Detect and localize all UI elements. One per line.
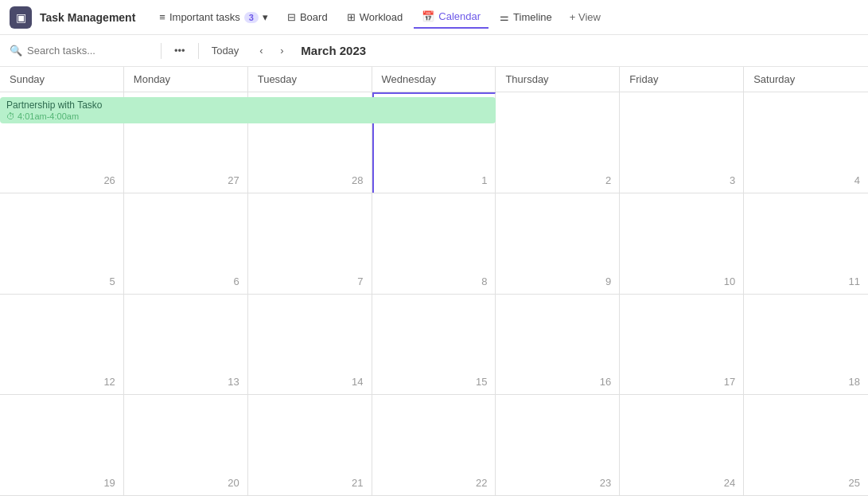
prev-month-button[interactable]: ‹ (251, 41, 271, 61)
nav-item-calendar[interactable]: 📅 Calendar (414, 6, 488, 29)
day-number: 15 (476, 376, 487, 388)
day-number: 27 (228, 174, 239, 186)
day-number: 28 (352, 174, 363, 186)
day-cell-24[interactable]: 24 (620, 395, 744, 495)
day-cell-12[interactable]: 12 (0, 295, 124, 395)
calendar-day-headers: Sunday Monday Tuesday Wednesday Thursday… (0, 67, 868, 92)
day-cell-17[interactable]: 17 (620, 295, 744, 395)
day-cell-10[interactable]: 10 (620, 193, 744, 294)
separator (161, 43, 162, 59)
day-number: 4 (854, 174, 860, 186)
day-cell-22[interactable]: 22 (372, 395, 496, 495)
day-cell-4[interactable]: 4 (744, 92, 868, 193)
header-thursday: Thursday (496, 67, 620, 92)
day-number: 10 (724, 275, 735, 287)
header-saturday: Saturday (744, 67, 868, 92)
day-number: 14 (352, 376, 363, 388)
search-icon: 🔍 (10, 45, 22, 57)
day-cell-7[interactable]: 7 (248, 193, 372, 294)
next-month-button[interactable]: › (272, 41, 291, 61)
day-number: 8 (481, 275, 487, 287)
search-input[interactable] (27, 45, 154, 57)
header-wednesday: Wednesday (372, 67, 496, 92)
top-navigation: ▣ Task Management ≡ Important tasks 3 ▾ … (0, 0, 868, 35)
day-cell-21[interactable]: 21 (248, 395, 372, 495)
day-number: 1 (481, 174, 487, 186)
day-cell-6[interactable]: 6 (124, 193, 248, 294)
day-number: 19 (103, 477, 115, 489)
day-cell-14[interactable]: 14 (248, 295, 372, 395)
day-cell-25[interactable]: 25 (744, 395, 868, 495)
day-cell-26[interactable]: 26 (0, 92, 124, 193)
header-friday: Friday (620, 67, 744, 92)
day-cell-1-today[interactable]: 1 (372, 92, 496, 193)
day-number: 23 (600, 477, 611, 489)
nav-item-workload[interactable]: ⊞ Workload (339, 6, 411, 28)
calendar-icon: 📅 (422, 10, 434, 22)
day-cell-15[interactable]: 15 (372, 295, 496, 395)
day-cell-19[interactable]: 19 (0, 395, 124, 495)
search-area: 🔍 (10, 45, 154, 57)
separator2 (198, 43, 199, 59)
day-number: 12 (103, 376, 115, 388)
board-icon: ⊟ (287, 11, 296, 23)
day-number: 9 (605, 275, 611, 287)
day-number: 7 (357, 275, 363, 287)
day-number: 6 (233, 275, 239, 287)
dropdown-icon: ▾ (263, 11, 268, 23)
week-row-1: Partnership with Tasko ⏱ 4:01am-4:00am 2… (0, 92, 868, 193)
list-icon: ≡ (159, 11, 165, 23)
day-number: 2 (605, 174, 611, 186)
day-cell-16[interactable]: 16 (496, 295, 620, 395)
day-number: 26 (103, 174, 115, 186)
day-cell-11[interactable]: 11 (744, 193, 868, 294)
day-cell-8[interactable]: 8 (372, 193, 496, 294)
day-number: 5 (110, 275, 115, 287)
day-cell-5[interactable]: 5 (0, 193, 124, 294)
nav-item-timeline[interactable]: ⚌ Timeline (492, 6, 560, 28)
add-view-button[interactable]: + View (563, 6, 607, 28)
day-number: 13 (228, 376, 239, 388)
header-monday: Monday (124, 67, 248, 92)
day-number: 24 (724, 477, 735, 489)
app-title: Task Management (40, 11, 135, 24)
weeks-container: Partnership with Tasko ⏱ 4:01am-4:00am 2… (0, 92, 868, 496)
week-row-4: 19 20 21 22 23 24 25 (0, 395, 868, 496)
header-tuesday: Tuesday (248, 67, 372, 92)
day-number: 18 (849, 376, 860, 388)
day-cell-28[interactable]: 28 (248, 92, 372, 193)
day-cell-18[interactable]: 18 (744, 295, 868, 395)
app-icon: ▣ (10, 6, 32, 29)
day-number: 20 (228, 477, 239, 489)
day-cell-27[interactable]: 27 (124, 92, 248, 193)
day-cell-9[interactable]: 9 (496, 193, 620, 294)
calendar-container: Sunday Monday Tuesday Wednesday Thursday… (0, 67, 868, 496)
day-number: 21 (352, 477, 363, 489)
day-cell-13[interactable]: 13 (124, 295, 248, 395)
nav-item-board[interactable]: ⊟ Board (279, 6, 336, 28)
day-number: 17 (724, 376, 735, 388)
day-cell-2[interactable]: 2 (496, 92, 620, 193)
day-number: 16 (600, 376, 611, 388)
more-options-button[interactable]: ••• (168, 41, 192, 60)
header-sunday: Sunday (0, 67, 124, 92)
day-cell-23[interactable]: 23 (496, 395, 620, 495)
toolbar: 🔍 ••• Today ‹ › March 2023 (0, 35, 868, 67)
week-row-3: 12 13 14 15 16 17 18 (0, 295, 868, 396)
timeline-icon: ⚌ (500, 11, 509, 23)
nav-item-important-tasks[interactable]: ≡ Important tasks 3 ▾ (151, 6, 276, 28)
today-button[interactable]: Today (205, 41, 246, 60)
month-nav-arrows: ‹ › (251, 41, 291, 61)
day-number: 11 (849, 275, 860, 287)
day-cell-20[interactable]: 20 (124, 395, 248, 495)
month-title: March 2023 (301, 44, 366, 57)
day-number: 25 (849, 477, 860, 489)
workload-icon: ⊞ (347, 11, 356, 23)
week-row-2: 5 6 7 8 9 10 11 (0, 193, 868, 295)
day-number: 22 (476, 477, 487, 489)
day-cell-3[interactable]: 3 (620, 92, 744, 193)
day-number: 3 (730, 174, 735, 186)
